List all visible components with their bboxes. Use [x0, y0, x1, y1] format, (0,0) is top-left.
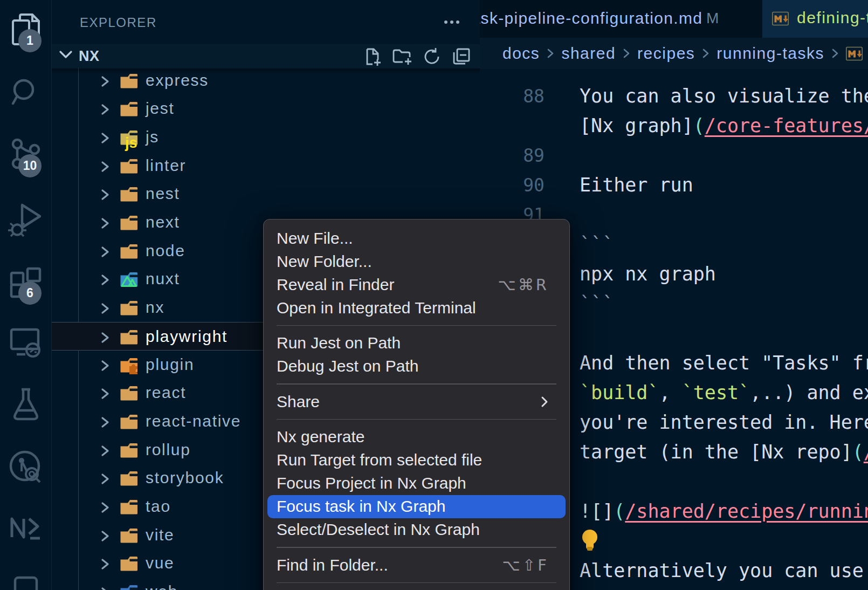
menu-item-label: Find in Folder...	[277, 556, 502, 574]
tree-item-label: js	[146, 128, 159, 146]
chevron-right-icon[interactable]	[99, 472, 111, 488]
chevron-right-icon[interactable]	[99, 302, 111, 317]
ellipsis-icon[interactable]	[436, 13, 468, 31]
breadcrumb-docs[interactable]: docs	[502, 44, 540, 63]
activity-item-explorer[interactable]: 1	[0, 3, 51, 57]
folder-icon	[120, 385, 138, 403]
folder-icon	[120, 470, 138, 489]
chevron-right-icon[interactable]	[99, 530, 111, 545]
folder-icon	[120, 157, 138, 176]
badge: 10	[18, 154, 42, 177]
menu-item-label: Focus task in Nx Graph	[277, 497, 549, 516]
chevron-right-icon[interactable]	[99, 160, 111, 175]
chevron-right-icon[interactable]	[99, 188, 111, 203]
chevron-right-icon[interactable]	[99, 75, 111, 90]
chevron-right-icon[interactable]	[99, 586, 111, 590]
chevron-right-icon[interactable]	[99, 359, 111, 374]
activity-bar: 1 10 6	[0, 0, 52, 590]
activity-item-nx-console[interactable]	[0, 500, 51, 554]
badge: 1	[18, 29, 42, 52]
activity-item-remote-explorer[interactable]	[0, 315, 51, 369]
activity-item-project-graph[interactable]	[0, 440, 51, 494]
chevron-right-icon[interactable]	[99, 245, 111, 260]
code-segment: [Nx graph]	[580, 115, 693, 136]
menu-item-run-jest-on-path[interactable]: Run Jest on Path	[267, 332, 566, 355]
code-line	[580, 200, 868, 230]
git-modified-badge: M	[706, 10, 719, 27]
chevron-right-icon[interactable]	[99, 217, 111, 232]
menu-item-open-in-integrated-terminal[interactable]: Open in Integrated Terminal	[267, 296, 566, 319]
section-header-nx[interactable]: NX	[52, 44, 480, 68]
submenu-arrow-icon	[540, 395, 549, 409]
menu-item-select-deselect-in-nx-graph[interactable]: Select/Deselect in Nx Graph	[267, 518, 566, 541]
folder-icon	[120, 214, 138, 233]
tree-item-label: react	[146, 383, 186, 402]
menu-item-nx-generate[interactable]: Nx generate	[267, 426, 566, 449]
menu-item-debug-jest-on-path[interactable]: Debug Jest on Path	[267, 355, 566, 378]
menu-item-reveal-in-finder[interactable]: Reveal in Finder⌥⌘R	[267, 273, 566, 296]
chevron-right-icon[interactable]	[99, 132, 111, 147]
chevron-right-icon[interactable]	[99, 416, 111, 431]
code-segment: ```	[580, 234, 614, 255]
menu-item-find-in-folder[interactable]: Find in Folder...⌥⇧F	[267, 553, 566, 577]
chevron-right-icon[interactable]	[99, 387, 111, 402]
menu-item-focus-task-in-nx-graph[interactable]: Focus task in Nx Graph	[267, 495, 566, 518]
menu-separator	[277, 547, 556, 548]
menu-item-label: New File...	[277, 229, 549, 248]
activity-item-run-and-debug[interactable]	[0, 193, 51, 246]
activity-item-extensions[interactable]: 6	[0, 255, 51, 309]
menu-item-share[interactable]: Share	[267, 390, 566, 413]
activity-item-search[interactable]	[0, 66, 51, 120]
chevron-right-icon[interactable]	[99, 103, 111, 118]
collapse-all-icon[interactable]	[452, 47, 471, 66]
tree-item-label: jest	[146, 99, 175, 118]
menu-item-focus-project-in-nx-graph[interactable]: Focus Project in Nx Graph	[267, 472, 566, 495]
activity-item-testing[interactable]	[0, 378, 51, 431]
new-file-icon[interactable]	[363, 47, 382, 66]
code-line	[580, 467, 868, 497]
tree-item-linter[interactable]: linter	[52, 152, 480, 180]
code-segment: `test`	[682, 382, 750, 403]
activity-item-source-control[interactable]: 10	[0, 128, 51, 182]
code-line	[580, 141, 868, 170]
new-folder-icon[interactable]	[392, 47, 411, 66]
menu-item-run-target-from-selected-file[interactable]: Run Target from selected file	[267, 449, 566, 472]
code-segment: `build`	[580, 382, 659, 403]
tree-item-label: vue	[146, 554, 174, 572]
menu-item-label: Nx generate	[277, 428, 549, 446]
tab-label: task-pipeline-configuration.md	[480, 9, 702, 28]
chevron-right-icon[interactable]	[99, 273, 111, 289]
breadcrumb-separator-icon	[546, 47, 555, 59]
scroll-shadow	[52, 68, 480, 74]
folder-icon	[120, 72, 138, 91]
breadcrumb-running-tasks[interactable]: running-tasks	[717, 44, 824, 63]
tree-item-label: playwright	[146, 327, 228, 346]
code-segment: (	[852, 441, 864, 463]
menu-item-new-folder[interactable]: New Folder...	[267, 250, 566, 273]
tree-item-js[interactable]: jsjs	[52, 123, 480, 152]
chevron-right-icon[interactable]	[99, 444, 111, 459]
tree-item-label: react-native	[146, 412, 241, 430]
tab-defining-task-pipeline[interactable]: defining-task-pipeline.md	[762, 0, 868, 38]
folder-web-icon	[120, 584, 138, 590]
menu-item-label: Focus Project in Nx Graph	[277, 474, 549, 492]
vscode-window: 1 10 6 EXPLORER NX	[0, 0, 868, 590]
tab-task-pipeline-configuration[interactable]: task-pipeline-configuration.md M	[480, 0, 762, 38]
chevron-right-icon[interactable]	[99, 331, 111, 346]
code-segment: ,..) and ex	[750, 382, 868, 403]
code-line: npx nx graph	[580, 259, 868, 289]
menu-separator	[277, 582, 556, 584]
breadcrumb-shared[interactable]: shared	[561, 44, 616, 63]
folder-icon	[120, 555, 138, 574]
tree-item-nest[interactable]: nest	[52, 180, 480, 208]
breadcrumb-recipes[interactable]: recipes	[637, 44, 695, 63]
code-segment: ,	[659, 382, 682, 403]
chevron-right-icon[interactable]	[99, 558, 111, 573]
menu-item-label: Run Target from selected file	[277, 451, 549, 469]
menu-separator	[277, 383, 556, 385]
refresh-icon[interactable]	[422, 47, 441, 66]
chevron-right-icon[interactable]	[99, 501, 111, 516]
activity-item-device[interactable]	[0, 558, 51, 590]
tree-item-jest[interactable]: jest	[52, 94, 480, 123]
menu-item-new-file[interactable]: New File...	[267, 227, 566, 250]
